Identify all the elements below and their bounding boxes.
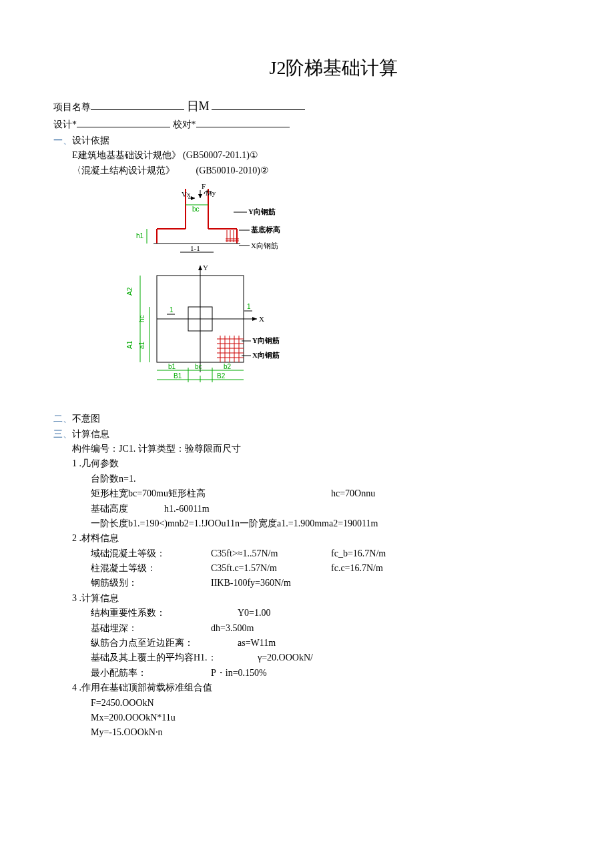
lbl-one-r: 1 (247, 303, 251, 310)
geom-h1b: h1.-60011m (164, 502, 210, 516)
sec1-num: 一、 (53, 135, 72, 145)
date-label: 日M (187, 99, 210, 113)
ref2: 〈混凝土结构设计规范》 (GB50010-2010)② (72, 163, 561, 178)
mat-r2: 柱混凝土等级： C35ft.c=1.57N/m fc.c=16.7N/m (91, 561, 561, 576)
svg-marker-26 (252, 317, 257, 321)
sec2-title: 不意图 (72, 414, 100, 424)
lbl-X: X (259, 315, 264, 323)
sec3-h1: 1 .几何参数 (72, 456, 561, 471)
calc-r5a: 最小配筋率： (91, 666, 211, 681)
section-2: 二、不意图 (53, 412, 561, 426)
sec3-num: 三、 (53, 429, 72, 439)
mat-r1b: C35ft>≈1..57N/m (211, 546, 331, 561)
sec2-num: 二、 (53, 414, 72, 424)
project-blank (91, 100, 184, 110)
mat-r1: 域础混凝土等级： C35ft>≈1..57N/m fc_b=16.7N/m (91, 546, 561, 561)
calc-r5b: P・in=0.150% (211, 666, 267, 681)
lbl-xrebar: X向钢筋 (251, 242, 278, 250)
dim-bc-top: bc (192, 205, 200, 213)
project-label: 项目名尊 (53, 102, 91, 112)
calc-r3b: as=W11m (238, 636, 276, 650)
dim-h1: h1 (136, 232, 144, 240)
mat-r2c: fc.c=16.7N/m (331, 561, 451, 576)
foundation-diagram: F My Vx bc h1 Y向钢筋 基底标高 X向钢筋 1-1 Y X 1 1 (127, 182, 561, 409)
calc-r4b: γ=20.OOOkN/ (258, 650, 313, 665)
geom-hc: hc=70Onnu (331, 486, 375, 501)
section-3: 三、计算信息 (53, 427, 561, 442)
calc-r4a: 基础及其上覆土的平均容H1.： (91, 650, 258, 665)
lbl-one-l: 1 (170, 306, 174, 314)
calc-r2a: 基础埋深： (91, 621, 211, 636)
sec3-line0: 构件编号：JC1. 计算类型：验尊限而尺寸 (72, 442, 561, 456)
checker-label: 校对* (173, 119, 196, 129)
calc-r1a: 结构重要性系数： (91, 606, 238, 620)
dim-a1: a1 (138, 342, 145, 350)
geom-bc: 矩形柱宽bc=700mu矩形柱高 (91, 486, 331, 501)
mat-r3b: IIKB-100fy=360N/m (211, 576, 331, 590)
dim-A2: A2 (127, 287, 133, 296)
dim-hc: hc (138, 316, 145, 323)
svg-marker-10 (191, 196, 195, 200)
lbl-Y: Y (203, 264, 208, 272)
checker-blank (196, 117, 290, 127)
calc-r1b: Y0=1.00 (238, 606, 271, 620)
lbl-baselevel: 基底标高 (250, 226, 280, 234)
date-blank (212, 100, 305, 110)
designer-row: 设计* 校对* (53, 117, 561, 132)
lbl-Vx: Vx (182, 190, 191, 198)
ref2-code: (GB50010-2010)② (196, 165, 269, 175)
dim-B1: B1 (174, 372, 182, 380)
mat-r3a: 钢筋级别： (91, 576, 211, 590)
section-1: 一、设计依据 (53, 133, 561, 148)
geom-b: 一阶长度b1.=190<)mnb2=1.!JOOu11n一阶宽度a1.=1.90… (91, 516, 561, 531)
lbl-yrebar: Y向钢筋 (248, 207, 276, 215)
calc-r4: 基础及其上覆土的平均容H1.： γ=20.OOOkN/ (91, 650, 561, 665)
ref1: E建筑地基基础设计规他》 (GB50007-201.1)① (72, 148, 561, 163)
dim-B2: B2 (217, 372, 226, 380)
sec1-title: 设计依据 (72, 135, 109, 145)
dim-bc: bc (195, 363, 202, 370)
geom-bc-row: 矩形柱宽bc=700mu矩形柱高 hc=70Onnu (91, 486, 561, 501)
lbl-sec11: 1-1 (190, 244, 200, 252)
dim-b2: b2 (224, 363, 232, 370)
svg-marker-27 (198, 266, 202, 270)
load-mx: Mx=200.OOOkN*11u (91, 711, 561, 725)
sec3-h2: 2 .材料信息 (72, 531, 561, 546)
calc-r2b: dh=3.500m (211, 621, 254, 636)
project-row: 项目名尊 日M (53, 97, 561, 116)
load-f: F=2450.OOOkN (91, 696, 561, 711)
lbl-xrebar2: X向钢筋 (252, 351, 280, 359)
load-my: My=-15.OOOkN·n (91, 725, 561, 740)
designer-label: 设计* (53, 119, 77, 129)
dim-A1: A1 (127, 340, 133, 349)
mat-r1c: fc_b=16.7N/m (331, 546, 451, 561)
dim-b1: b1 (168, 363, 176, 370)
lbl-yrebar2: Y向钢筋 (252, 336, 280, 344)
mat-r3: 钢筋级别： IIKB-100fy=360N/m (91, 576, 561, 590)
sec3-h3: 3 .计算信息 (72, 591, 561, 606)
calc-r1: 结构重要性系数： Y0=1.00 (91, 606, 561, 620)
mat-r2b: C35ft.c=1.57N/m (211, 561, 331, 576)
mat-r2a: 柱混凝土等级： (91, 561, 211, 576)
calc-r5: 最小配筋率： P・in=0.150% (91, 666, 561, 681)
sec3-title: 计算信息 (72, 429, 109, 439)
calc-r3: 纵筋合力点至近边距离： as=W11m (91, 636, 561, 650)
page-title: J2阶梯基础计算 (107, 53, 561, 83)
geom-steps: 台阶数n=1. (91, 472, 561, 486)
geom-h1a: 基础高度 (91, 502, 164, 516)
designer-blank (77, 117, 170, 127)
calc-r3a: 纵筋合力点至近边距离： (91, 636, 238, 650)
geom-h1-row: 基础高度 h1.-60011m (91, 502, 561, 516)
sec3-h4: 4 .作用在基础顶部荷载标准组合值 (72, 681, 561, 695)
calc-r2: 基础埋深： dh=3.500m (91, 621, 561, 636)
svg-marker-8 (198, 194, 202, 198)
mat-r1a: 域础混凝土等级： (91, 546, 211, 561)
ref2-text: 〈混凝土结构设计规范》 (72, 165, 175, 175)
